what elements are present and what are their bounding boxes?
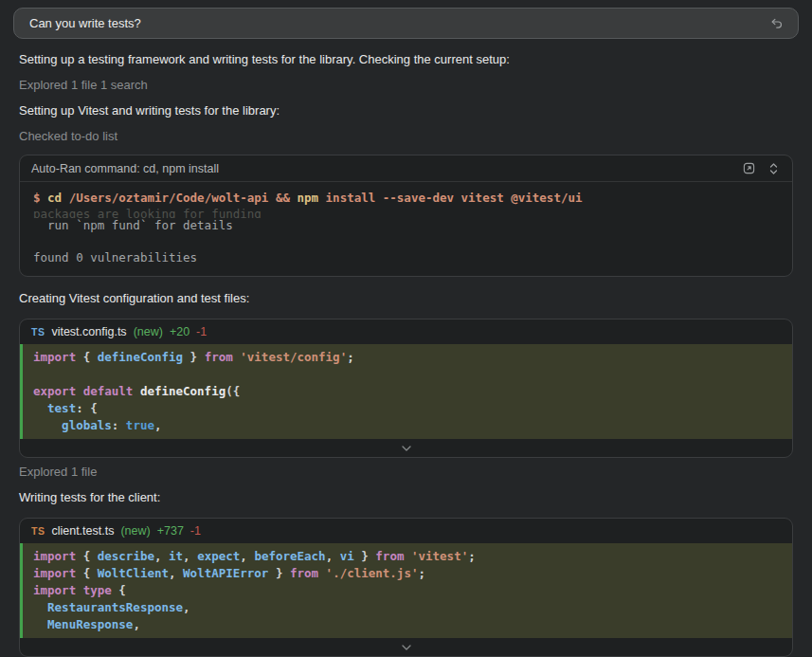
open-in-terminal-button[interactable]	[741, 161, 756, 176]
lines-removed-count: -1	[196, 325, 207, 338]
terminal-card-header[interactable]: Auto-Ran command: cd, npm install	[20, 155, 792, 182]
user-message-bubble: Can you write tests?	[13, 8, 799, 39]
undo-icon	[769, 16, 784, 30]
expand-code-button[interactable]	[20, 638, 792, 656]
assistant-message-writing: Writing tests for the client:	[19, 490, 793, 505]
expand-collapse-button[interactable]	[766, 161, 781, 176]
code-diff-card-client-test: TS client.test.ts (new) +737 -1 import {…	[19, 518, 793, 657]
new-file-label: (new)	[120, 524, 150, 538]
todo-list-status-1[interactable]: Checked to-do list	[19, 129, 793, 144]
terminal-output: $ cd /Users/oztamir/Code/wolt-api && npm…	[20, 182, 792, 276]
lines-added-count: +737	[157, 524, 184, 538]
file-name: client.test.ts	[51, 524, 114, 538]
chevron-up-down-icon	[768, 162, 779, 175]
restore-checkpoint-button[interactable]	[766, 13, 786, 34]
typescript-file-icon: TS	[31, 525, 45, 537]
expand-code-button[interactable]	[20, 439, 792, 457]
assistant-message-creating: Creating Vitest configuration and test f…	[19, 291, 793, 306]
terminal-command-title: Auto-Ran command: cd, npm install	[31, 162, 741, 175]
code-card-header[interactable]: TS vitest.config.ts (new) +20 -1	[20, 319, 792, 344]
code-card-header[interactable]: TS client.test.ts (new) +737 -1	[20, 519, 792, 543]
explored-files-status[interactable]: Explored 1 file 1 search	[19, 78, 793, 93]
terminal-command-card: Auto-Ran command: cd, npm install	[19, 155, 793, 277]
file-name: vitest.config.ts	[51, 325, 126, 338]
chevron-down-icon	[401, 644, 412, 651]
assistant-message-setup: Setting up a testing framework and writi…	[19, 52, 793, 67]
assistant-message-vitest: Setting up Vitest and writing tests for …	[19, 103, 793, 119]
code-diff-card-vitest-config: TS vitest.config.ts (new) +20 -1 import …	[19, 319, 793, 458]
lines-added-count: +20	[170, 325, 189, 338]
user-message-text: Can you write tests?	[29, 16, 766, 30]
explored-file-status[interactable]: Explored 1 file	[19, 465, 793, 480]
typescript-file-icon: TS	[31, 326, 45, 338]
external-link-icon	[743, 162, 755, 174]
code-diff-content: import { defineConfig } from 'vitest/con…	[20, 344, 792, 439]
chevron-down-icon	[401, 445, 412, 452]
lines-removed-count: -1	[190, 524, 201, 538]
new-file-label: (new)	[134, 325, 163, 338]
code-diff-content: import { describe, it, expect, beforeEac…	[20, 543, 792, 638]
